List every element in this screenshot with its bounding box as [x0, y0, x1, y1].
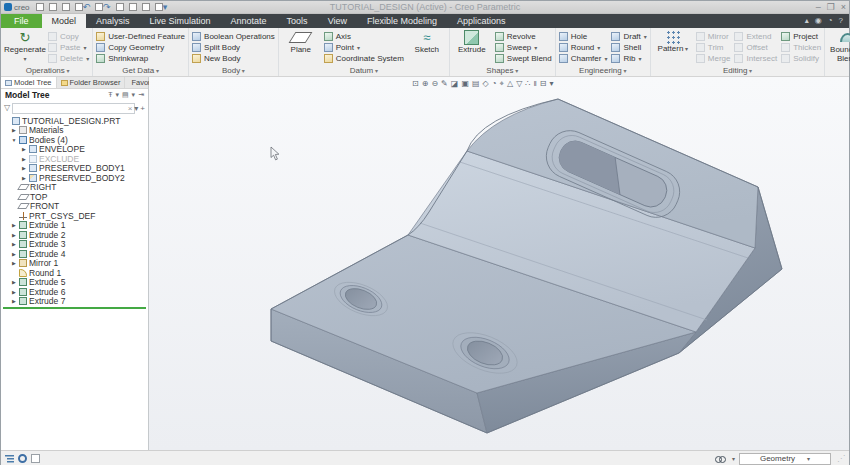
redo-icon[interactable]: ↷ — [95, 3, 112, 11]
group-label-operations[interactable]: Operations — [6, 65, 89, 76]
tree-expand-arrow[interactable]: ▶ — [11, 298, 17, 304]
round-1[interactable]: Round 1 — [1, 268, 148, 278]
delete-button[interactable]: Delete — [48, 53, 89, 63]
presence-icon[interactable]: ◉ — [815, 16, 822, 26]
tree-expand-arrow[interactable]: ▶ — [21, 175, 27, 181]
tree-expand-arrow[interactable]: ▼ — [11, 137, 17, 143]
extrude-1[interactable]: ▶ Extrude 1 — [1, 221, 148, 231]
model[interactable]: Model — [42, 14, 87, 28]
open-file-icon[interactable] — [49, 3, 58, 11]
close-window-icon[interactable] — [142, 3, 151, 11]
extrude-7[interactable]: ▶ Extrude 7 — [1, 297, 148, 307]
round-button[interactable]: Round — [559, 42, 608, 52]
offset-button[interactable]: Offset — [734, 42, 777, 52]
resize-grip-icon[interactable]: ⋰ — [837, 454, 845, 463]
boolean-operations-button[interactable]: Boolean Operations — [192, 31, 275, 41]
tree-expand-arrow[interactable]: ▶ — [11, 289, 17, 295]
regenerate-button[interactable]: ↻ Regenerate — [6, 29, 44, 65]
annotate[interactable]: Annotate — [221, 14, 277, 28]
top[interactable]: TOP — [1, 192, 148, 202]
shell-button[interactable]: Shell — [611, 42, 646, 52]
close-button[interactable]: × — [841, 2, 846, 13]
file[interactable]: File — [1, 14, 42, 28]
thicken-button[interactable]: Thicken — [781, 42, 821, 52]
front[interactable]: FRONT — [1, 202, 148, 212]
extrude-button[interactable]: Extrude — [453, 29, 491, 65]
minimize-ribbon-icon[interactable]: ▴ — [805, 16, 809, 26]
tree-filters-icon[interactable]: Ŧ — [108, 90, 112, 100]
pattern-button[interactable]: Pattern — [654, 29, 692, 65]
extend-button[interactable]: Extend — [734, 31, 777, 41]
repaint-icon[interactable]: ✎ — [441, 79, 448, 89]
search-add-icon[interactable]: + — [140, 104, 145, 113]
refit-icon[interactable]: ⊡ — [412, 79, 419, 89]
view-manager-icon[interactable]: ⊟ — [540, 79, 547, 89]
swept-blend-button[interactable]: Swept Blend — [495, 53, 552, 63]
folder-browser[interactable]: Folder Browser — [57, 77, 126, 88]
extrude-4[interactable]: ▶ Extrude 4 — [1, 249, 148, 259]
project-button[interactable]: Project — [781, 31, 821, 41]
extrude-3[interactable]: ▶ Extrude 3 — [1, 240, 148, 250]
select-items-icon[interactable] — [31, 454, 40, 463]
analysis[interactable]: Analysis — [86, 14, 140, 28]
spin-center-icon[interactable]: ⌖ — [500, 79, 505, 89]
web-browser-toggle-icon[interactable] — [18, 454, 27, 463]
columns-dropdown-icon[interactable]: ▾ — [132, 90, 136, 100]
group-label-editing[interactable]: Editing — [654, 65, 821, 76]
view[interactable]: View — [318, 14, 357, 28]
collapse-panel-icon[interactable]: ⇥ — [138, 90, 144, 100]
bodies-4-[interactable]: ▼ Bodies (4) — [1, 135, 148, 145]
section-icon[interactable]: ▣ — [461, 79, 469, 89]
zoom-out-icon[interactable]: ⊖ — [431, 79, 438, 89]
exclude[interactable]: ▶ EXCLUDE — [1, 154, 148, 164]
help-icon[interactable]: ? — [839, 16, 843, 26]
insert-here-indicator[interactable] — [3, 307, 146, 309]
split-body-button[interactable]: Split Body — [192, 42, 275, 52]
group-label-shapes[interactable]: Shapes — [453, 65, 552, 76]
selection-filter-dropdown[interactable]: Geometry ▾ — [739, 453, 831, 465]
group-label-datum[interactable]: Datum — [282, 65, 446, 76]
model-tree-toggle-icon[interactable] — [5, 454, 14, 463]
hole-button[interactable]: Hole — [559, 31, 608, 41]
envelope[interactable]: ▶ ENVELOPE — [1, 145, 148, 155]
tree-expand-arrow[interactable]: ▶ — [11, 251, 17, 257]
tools[interactable]: Tools — [277, 14, 318, 28]
more-icon[interactable]: ▾ — [549, 79, 553, 89]
preserved-body2[interactable]: ▶ PRESERVED_BODY2 — [1, 173, 148, 183]
point-button[interactable]: Point — [324, 42, 404, 52]
shrinkwrap-button[interactable]: Shrinkwrap — [96, 53, 185, 63]
revolve-button[interactable]: Revolve — [495, 31, 552, 41]
perspective-icon[interactable]: ∴ — [525, 79, 530, 89]
right[interactable]: RIGHT — [1, 183, 148, 193]
copy-button[interactable]: Copy — [48, 31, 89, 41]
group-label-get-data[interactable]: Get Data — [96, 65, 185, 76]
pause-icon[interactable]: ‖ — [533, 79, 536, 89]
tree-expand-arrow[interactable]: ▶ — [11, 279, 17, 285]
chamfer-button[interactable]: Chamfer — [559, 53, 608, 63]
graphics-area[interactable]: ⊡⊕⊖✎◪▣▤◇◔⌖△▽∴‖⊟▾ — [149, 77, 849, 450]
datum-display-icon[interactable]: ◇ — [483, 79, 489, 89]
mirror-1[interactable]: ▶ Mirror 1 — [1, 259, 148, 269]
tree-expand-arrow[interactable]: ▶ — [11, 222, 17, 228]
axis-button[interactable]: Axis — [324, 31, 404, 41]
dragger-icon[interactable]: △ — [507, 79, 513, 89]
tutorial-design-prt[interactable]: TUTORIAL_DESIGN.PRT — [1, 116, 148, 126]
filters-dropdown-icon[interactable]: ▾ — [115, 90, 119, 100]
extrude-2[interactable]: ▶ Extrude 2 — [1, 230, 148, 240]
new-file-icon[interactable] — [36, 3, 45, 11]
tree-expand-arrow[interactable]: ▶ — [21, 165, 27, 171]
windows-icon[interactable] — [129, 3, 138, 11]
undo-icon[interactable]: ↶ — [75, 3, 92, 11]
find-dropdown-icon[interactable]: ▾ — [732, 455, 735, 462]
extrude-5[interactable]: ▶ Extrude 5 — [1, 278, 148, 288]
draft-button[interactable]: Draft — [611, 31, 646, 41]
save-icon[interactable] — [62, 3, 71, 11]
part-body[interactable] — [271, 99, 782, 433]
maximize-button[interactable]: ❐ — [827, 2, 835, 13]
display-style-icon[interactable]: ◪ — [451, 79, 459, 89]
tree-search-input[interactable] — [12, 103, 134, 114]
mirror-button[interactable]: Mirror — [696, 31, 731, 41]
search-dropdown-icon[interactable]: ▾ — [134, 104, 138, 113]
user-defined-feature-button[interactable]: User-Defined Feature — [96, 31, 185, 41]
modify-icon[interactable] — [116, 3, 125, 11]
